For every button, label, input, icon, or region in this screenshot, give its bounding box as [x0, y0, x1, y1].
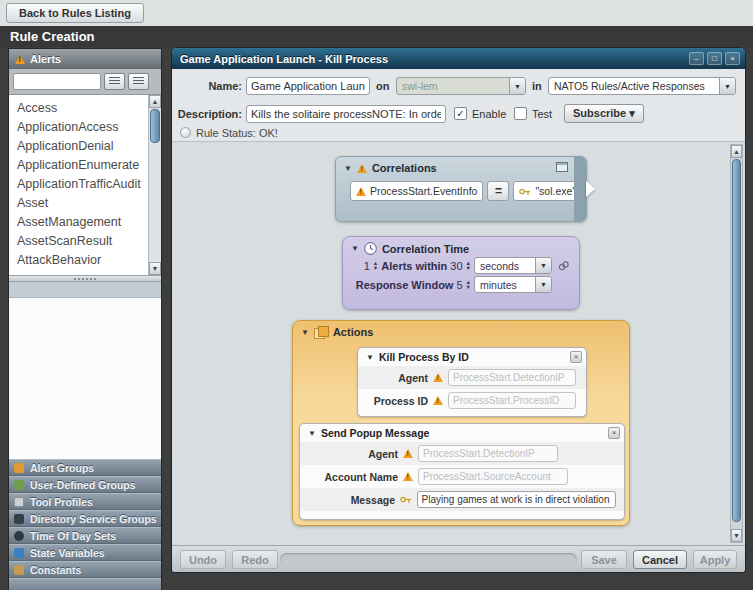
close-icon[interactable]: × — [725, 52, 740, 65]
message-label: Message — [308, 494, 395, 506]
correlation-value[interactable]: "sol.exe" — [513, 181, 582, 201]
link-icon[interactable] — [558, 261, 569, 271]
sidebar-splitter[interactable] — [9, 275, 161, 282]
back-to-rules-button[interactable]: Back to Rules Listing — [6, 3, 144, 23]
stepper-icon[interactable]: ▲▼ — [466, 261, 471, 271]
list-item[interactable]: AssetScanResult — [9, 232, 161, 251]
popout-icon[interactable] — [556, 162, 568, 172]
warning-icon — [403, 449, 413, 458]
kill-agent-input[interactable] — [448, 369, 576, 386]
accordion-label: User-Defined Groups — [30, 479, 136, 491]
collapse-icon[interactable]: ▼ — [308, 429, 316, 438]
collapse-icon[interactable]: ▼ — [344, 164, 352, 173]
list-item[interactable]: Asset — [9, 194, 161, 213]
accordion-item-directory-service-groups[interactable]: Directory Service Groups — [9, 510, 161, 527]
scrollbar-thumb[interactable] — [732, 159, 741, 522]
list-item[interactable]: Access — [9, 99, 161, 118]
scroll-up-icon[interactable]: ▲ — [149, 95, 161, 108]
sidebar-band — [9, 282, 161, 298]
alerts-search-input[interactable] — [13, 73, 101, 90]
correlation-field[interactable]: ProcessStart.EventInfo — [350, 181, 483, 201]
accordion-item-tool-profiles[interactable]: Tool Profiles — [9, 493, 161, 510]
apply-button[interactable]: Apply — [693, 550, 737, 569]
process-id-input[interactable] — [448, 392, 576, 409]
policy-dropdown[interactable]: NATO5 Rules/Active Responses ▼ — [548, 77, 736, 95]
clock-icon — [364, 242, 377, 255]
sidebar: Alerts Access ApplicationAccess Applicat… — [8, 48, 162, 590]
constants-icon — [14, 565, 24, 575]
tree-view-button[interactable] — [104, 73, 125, 90]
test-checkbox[interactable] — [514, 107, 527, 120]
top-toolbar: Back to Rules Listing — [0, 0, 753, 26]
accordion-item-time-of-day-sets[interactable]: Time Of Day Sets — [9, 527, 161, 544]
redo-button[interactable]: Redo — [232, 550, 278, 569]
correlations-output-arrow[interactable] — [586, 181, 595, 197]
minimize-icon[interactable]: – — [689, 52, 704, 65]
chevron-down-icon[interactable]: ▼ — [719, 78, 735, 94]
accordion-item-partial[interactable] — [9, 578, 161, 590]
account-name-input[interactable] — [418, 468, 568, 485]
canvas-scrollbar[interactable]: ▲ ▼ — [730, 144, 743, 543]
account-name-label: Account Name — [308, 471, 398, 483]
scroll-up-icon[interactable]: ▲ — [731, 145, 742, 158]
list-item[interactable]: ApplicationDenial — [9, 137, 161, 156]
enable-checkbox[interactable]: ✓ — [454, 107, 467, 120]
accordion-item-state-variables[interactable]: State Variables — [9, 544, 161, 561]
rule-status-text: Rule Status: OK! — [196, 127, 278, 139]
accordion-item-constants[interactable]: Constants — [9, 561, 161, 578]
dialog-footer: Undo Redo Save Cancel Apply — [172, 545, 745, 572]
list-item[interactable]: AttackBehavior — [9, 251, 161, 270]
list-item[interactable]: AssetManagement — [9, 213, 161, 232]
warning-icon — [433, 396, 443, 405]
chevron-down-icon[interactable]: ▼ — [509, 78, 525, 94]
chevron-down-icon[interactable]: ▼ — [535, 277, 551, 292]
dialog-titlebar[interactable]: Game Application Launch - Kill Process –… — [172, 48, 745, 69]
list-view-button[interactable] — [128, 73, 149, 90]
message-input[interactable] — [417, 491, 616, 508]
subscribe-button[interactable]: Subscribe ▾ — [564, 104, 644, 123]
popup-agent-input[interactable] — [418, 445, 558, 462]
list-icon — [133, 77, 144, 86]
remove-action-icon[interactable]: × — [570, 351, 582, 363]
list-item[interactable]: ApplicationEnumerate — [9, 156, 161, 175]
test-label: Test — [532, 108, 552, 120]
within-unit-dropdown[interactable]: seconds ▼ — [474, 257, 552, 274]
stepper-icon[interactable]: ▲▼ — [466, 280, 471, 290]
collapse-icon[interactable]: ▼ — [366, 353, 374, 362]
list-item[interactable]: ApplicationTrafficAudit — [9, 175, 161, 194]
device-dropdown[interactable]: swi-lem ▼ — [396, 77, 526, 95]
alerts-count-value: 1 — [364, 260, 370, 272]
response-unit-dropdown[interactable]: minutes ▼ — [474, 276, 552, 293]
collapse-icon[interactable]: ▼ — [351, 244, 359, 253]
warning-icon — [433, 373, 443, 382]
chevron-down-icon[interactable]: ▼ — [535, 258, 551, 273]
description-label: Description: — [172, 108, 242, 120]
accordion-item-alert-groups[interactable]: Alert Groups — [9, 459, 161, 476]
name-label: Name: — [180, 80, 242, 92]
accordion-item-user-defined-groups[interactable]: User-Defined Groups — [9, 476, 161, 493]
description-input[interactable] — [246, 105, 446, 123]
remove-action-icon[interactable]: × — [608, 427, 620, 439]
cancel-button[interactable]: Cancel — [633, 550, 687, 569]
scroll-down-icon[interactable]: ▼ — [731, 529, 742, 542]
policy-dropdown-value: NATO5 Rules/Active Responses — [549, 78, 719, 94]
operator-button[interactable]: = — [487, 181, 509, 201]
save-button[interactable]: Save — [581, 550, 627, 569]
rule-name-input[interactable] — [246, 77, 370, 95]
in-label: in — [532, 80, 546, 92]
collapse-icon[interactable]: ▼ — [301, 328, 309, 337]
scrollbar-thumb[interactable] — [150, 109, 160, 143]
undo-button[interactable]: Undo — [180, 550, 226, 569]
sidebar-accordion: Alert Groups User-Defined Groups Tool Pr… — [9, 459, 161, 590]
warning-icon — [357, 164, 367, 173]
alerts-panel-header[interactable]: Alerts — [9, 49, 161, 69]
list-item[interactable]: ApplicationAccess — [9, 118, 161, 137]
tree-icon — [109, 77, 120, 86]
alerts-list-scrollbar[interactable]: ▲ ▼ — [148, 95, 161, 275]
within-value: 30 — [450, 260, 462, 272]
scroll-down-icon[interactable]: ▼ — [149, 262, 161, 275]
stepper-icon[interactable]: ▲▼ — [373, 261, 378, 271]
state-variables-icon — [14, 548, 24, 558]
send-popup-box: ▼ Send Popup Message × Agent Account Nam… — [299, 423, 625, 520]
maximize-icon[interactable]: □ — [707, 52, 722, 65]
